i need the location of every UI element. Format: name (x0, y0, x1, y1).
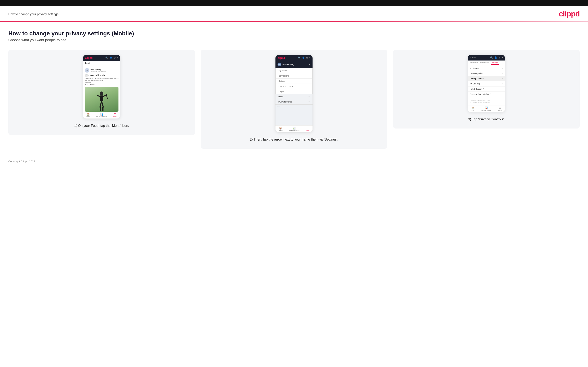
setting-data-integrations[interactable]: Data Integrations › (468, 71, 505, 76)
step-3-card: < Back 🔍 👤 ⚙ ▾ My Profile Connections Se… (393, 50, 580, 129)
tab-settings[interactable]: Settings (491, 60, 499, 65)
dropdown-connections[interactable]: Connections (276, 73, 312, 79)
phone3-nav-home: 🏠 Home (471, 107, 475, 111)
home-icon: 🏠 (86, 113, 90, 116)
back-label: Back (472, 57, 476, 59)
logout-label: Logout (279, 91, 285, 92)
step-1-caption: 1) On your Feed, tap the 'Menu' icon. (74, 123, 129, 128)
page-subheading: Choose what you want people to see (8, 38, 580, 42)
setting-privacy-controls[interactable]: Privacy Controls › (468, 76, 505, 81)
svg-line-5 (103, 95, 106, 97)
my-account-label: My Account (470, 67, 479, 69)
dropdown-settings[interactable]: Settings (276, 79, 312, 84)
my-golf-bag-label: My Golf Bag (470, 83, 480, 85)
phone-mockup-2: clippd 🔍 👤 ⚙ ▾ BM Blair McHarg ▲ (275, 55, 313, 133)
phone1-nav-menu[interactable]: ☰ Menu (113, 113, 117, 117)
section-performance[interactable]: My Performance ▾ (276, 99, 312, 105)
settings-icon: ⚙ (114, 57, 116, 59)
home-icon-2: 🏠 (279, 127, 282, 130)
phone1-nav-home: 🏠 Home (86, 113, 90, 117)
steps-row: clippd 🔍 👤 ⚙ ▾ Feed BM Blair McHar (8, 50, 580, 149)
search-icon-3: 🔍 (490, 56, 493, 59)
step-2-caption: 2) Then, tap the arrow next to your name… (250, 137, 338, 142)
svg-rect-8 (102, 107, 104, 111)
setting-help-support[interactable]: Help & Support ↗ (468, 86, 505, 92)
svg-point-0 (100, 92, 103, 95)
user-icon: 👤 (110, 57, 112, 59)
chevron-right-golf-bag: › (502, 83, 503, 85)
phone3-settings-list: My Account › Data Integrations › Privacy… (468, 65, 505, 98)
phone1-icons: 🔍 👤 ⚙ ▾ (105, 57, 118, 59)
dropdown-help-support[interactable]: Help & Support ↗ (276, 84, 312, 89)
feed-user-row: BM Blair McHarg Yesterday · Sunningdale (85, 68, 119, 73)
dropdown-my-profile[interactable]: My Profile (276, 68, 312, 73)
dropdown-logout[interactable]: Logout (276, 89, 312, 94)
footer: Copyright Clippd 2022 (0, 155, 588, 168)
phone1-bottom-nav: 🏠 Home 📊 My Performance ☰ Menu (83, 112, 120, 118)
phone3-nav-menu[interactable]: ☰ Menu (498, 107, 502, 111)
tab-connections[interactable]: Connections (479, 60, 491, 65)
phone2-user-avatar: BM (277, 63, 281, 66)
chevron-down-performance: ▾ (309, 101, 310, 103)
home-section-label: Home (278, 96, 283, 98)
phone-mockup-1: clippd 🔍 👤 ⚙ ▾ Feed BM Blair McHar (83, 55, 120, 119)
help-support-label: Help & Support ↗ (279, 85, 294, 87)
chevron-right-data: › (502, 72, 503, 75)
phone1-nav-performance: 📊 My Performance (96, 113, 107, 117)
phone-mockup-3: < Back 🔍 👤 ⚙ ▾ My Profile Connections Se… (468, 55, 505, 112)
header-title: How to change your privacy settings (8, 12, 59, 16)
feed-duration-val: 01 hr : 30 min (85, 83, 119, 85)
feed-behind-content: APP (276, 105, 312, 108)
search-icon-2: 🔍 (298, 57, 301, 59)
help-support-label-3: Help & Support ↗ (470, 88, 484, 90)
home-icon-3: 🏠 (471, 107, 475, 109)
phone1-feed-tab: Feed (83, 61, 120, 66)
settings-icon-2: ⚙ (306, 57, 308, 59)
search-icon: 🔍 (105, 57, 108, 59)
setting-service-privacy[interactable]: Service & Privacy Policy ↗ (468, 92, 505, 97)
feed-duration-label: Duration (85, 82, 119, 83)
phone3-tabs-row: My Profile Connections Settings (468, 60, 505, 65)
data-integrations-label: Data Integrations (470, 72, 484, 75)
main-content: How to change your privacy settings (Mob… (0, 22, 588, 155)
phone2-icons: 🔍 👤 ⚙ ▾ (298, 57, 311, 59)
user-icon-3: 👤 (494, 56, 497, 59)
performance-icon-3: 📊 (485, 107, 488, 109)
step-3-caption: 3) Tap 'Privacy Controls'. (468, 117, 505, 122)
feed-lesson-title: Lesson with Fordy (88, 74, 105, 76)
phone2-nav-menu-label: Menu (306, 130, 309, 131)
phone1-topbar: clippd 🔍 👤 ⚙ ▾ (83, 55, 120, 61)
setting-my-golf-bag[interactable]: My Golf Bag › (468, 81, 505, 86)
lesson-icon: 📋 (85, 74, 88, 77)
setting-my-account[interactable]: My Account › (468, 66, 505, 71)
version-line2: GQL Server Version: 2022.7.30-1 (470, 101, 503, 104)
svg-line-6 (106, 95, 107, 98)
phone1-logo: clippd (85, 56, 92, 59)
golfer-svg (95, 91, 108, 112)
section-home[interactable]: Home ▾ (276, 94, 312, 99)
version-line1: Clippd Client Version: 2022.8.3-3 (470, 99, 503, 101)
phone2-nav-home: 🏠 Home (279, 127, 283, 131)
feed-lesson-row: 📋 Lesson with Fordy (85, 74, 119, 77)
user-icon-2: 👤 (302, 57, 305, 59)
menu-icon: ☰ (114, 113, 116, 116)
svg-line-4 (97, 95, 100, 97)
tab-my-profile[interactable]: My Profile (469, 60, 479, 65)
privacy-controls-label: Privacy Controls (470, 78, 484, 80)
chevron-right-account: › (502, 67, 503, 69)
svg-line-3 (102, 101, 103, 107)
logo: clippd (559, 9, 580, 18)
performance-section-label: My Performance (278, 101, 292, 103)
phone3-icons: 🔍 👤 ⚙ ▾ (490, 56, 503, 59)
phone1-nav-menu-label: Menu (113, 116, 117, 117)
phone2-nav-menu[interactable]: ✕ Menu (306, 127, 309, 131)
phone1-nav-home-label: Home (86, 116, 90, 117)
phone1-nav-performance-label: My Performance (96, 116, 107, 117)
phone2-nav-home-label: Home (279, 130, 283, 131)
settings-label: Settings (279, 80, 285, 82)
phone3-version-info: Clippd Client Version: 2022.8.3-3 GQL Se… (468, 98, 505, 105)
back-chevron-icon: < (470, 57, 471, 59)
header: How to change your privacy settings clip… (0, 6, 588, 21)
chevron-down-icon-2: ▾ (309, 57, 311, 59)
phone3-back-left: < Back (470, 57, 476, 59)
